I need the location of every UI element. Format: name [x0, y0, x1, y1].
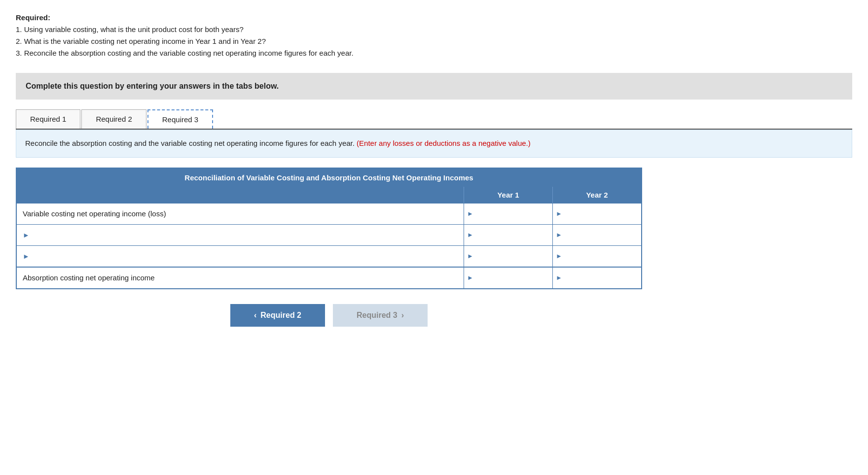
row2-year2-cell[interactable]: ► [552, 225, 641, 245]
tab-content-text: Reconcile the absorption costing and the… [25, 139, 355, 147]
prev-arrow-icon: ‹ [254, 311, 256, 320]
table-col-label-empty [17, 187, 464, 203]
table-header-year1: Year 1 [464, 187, 552, 203]
row1-year1-arrow: ► [467, 210, 473, 217]
row4-year2-input[interactable] [563, 272, 638, 284]
instruction-bar: Complete this question by entering your … [16, 73, 852, 100]
table-title: Reconciliation of Variable Costing and A… [17, 169, 641, 187]
required-item-3: 3. Reconcile the absorption costing and … [16, 47, 852, 59]
tab-required-1[interactable]: Required 1 [16, 109, 80, 129]
row3-year1-cell[interactable]: ► [464, 246, 552, 267]
next-button-label: Required 3 [357, 311, 398, 320]
required-item-2: 2. What is the variable costing net oper… [16, 35, 852, 47]
required-section: Required: 1. Using variable costing, wha… [16, 12, 852, 59]
row2-label: ► [17, 225, 464, 245]
row2-year2-input[interactable] [563, 229, 638, 241]
table-row: ► ► ► [17, 224, 641, 245]
row3-label: ► [17, 246, 464, 267]
tab-content: Reconcile the absorption costing and the… [16, 130, 852, 158]
row1-label: Variable costing net operating income (l… [17, 204, 464, 224]
row2-year1-cell[interactable]: ► [464, 225, 552, 245]
row3-year2-input[interactable] [563, 250, 638, 262]
row1-year2-input[interactable] [563, 208, 638, 220]
table-row: Variable costing net operating income (l… [17, 203, 641, 224]
nav-buttons: ‹ Required 2 Required 3 › [16, 304, 642, 327]
required-heading: Required: [16, 12, 852, 24]
next-button[interactable]: Required 3 › [333, 304, 428, 327]
tab-required-2[interactable]: Required 2 [81, 109, 146, 129]
row3-year1-input[interactable] [474, 250, 549, 262]
row2-year1-input[interactable] [474, 229, 549, 241]
required-item-1: 1. Using variable costing, what is the u… [16, 24, 852, 35]
table-row: Absorption costing net operating income … [17, 267, 641, 288]
row4-year2-cell[interactable]: ► [552, 268, 641, 288]
row2-year2-arrow: ► [556, 231, 562, 238]
tabs-container: Required 1 Required 2 Required 3 [16, 109, 852, 130]
table-header-year2: Year 2 [552, 187, 641, 203]
row4-year1-cell[interactable]: ► [464, 268, 552, 288]
table-row: ► ► ► [17, 245, 641, 267]
row2-year1-arrow: ► [467, 231, 473, 238]
table-header-row: Year 1 Year 2 [17, 187, 641, 203]
row3-label-arrow: ► [23, 252, 30, 260]
row1-year1-input[interactable] [474, 208, 549, 220]
row1-year2-cell[interactable]: ► [552, 204, 641, 224]
prev-button-label: Required 2 [260, 311, 301, 320]
tab-content-red-text: (Enter any losses or deductions as a neg… [357, 139, 531, 147]
row1-year1-cell[interactable]: ► [464, 204, 552, 224]
row4-year2-arrow: ► [556, 274, 562, 281]
row4-year1-input[interactable] [474, 272, 549, 284]
row4-label: Absorption costing net operating income [17, 268, 464, 288]
prev-button[interactable]: ‹ Required 2 [230, 304, 325, 327]
row2-label-arrow: ► [23, 231, 30, 239]
tab-required-3[interactable]: Required 3 [147, 109, 213, 129]
row3-year1-arrow: ► [467, 252, 473, 260]
row4-year1-arrow: ► [467, 274, 473, 281]
row1-year2-arrow: ► [556, 210, 562, 217]
next-arrow-icon: › [401, 311, 404, 320]
row3-year2-arrow: ► [556, 252, 562, 260]
reconciliation-table: Reconciliation of Variable Costing and A… [16, 168, 642, 289]
row3-year2-cell[interactable]: ► [552, 246, 641, 267]
instruction-text: Complete this question by entering your … [26, 82, 279, 90]
